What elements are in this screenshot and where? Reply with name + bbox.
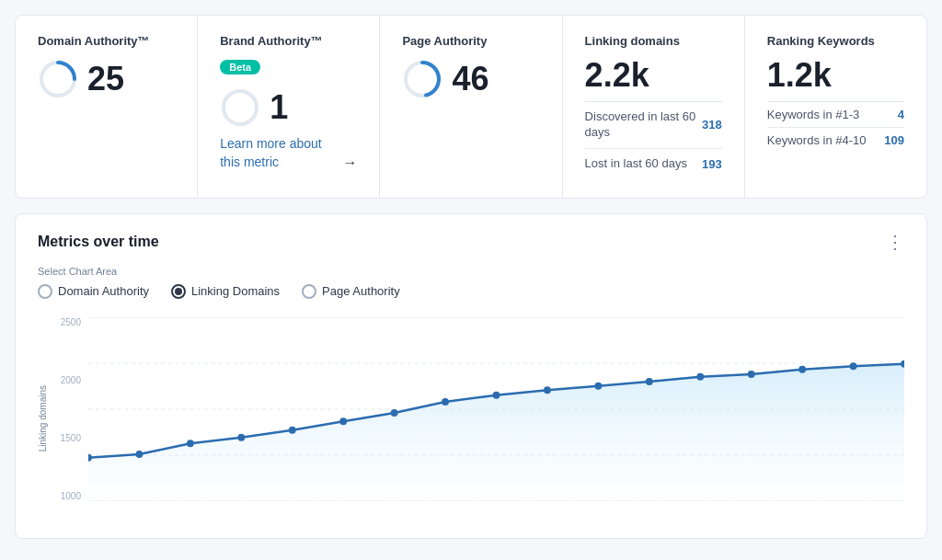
arrow-icon: → — [342, 154, 357, 171]
ld-stat2-value: 193 — [702, 157, 722, 171]
chart-svg — [88, 317, 904, 501]
ld-stat1-value: 318 — [702, 118, 722, 131]
ba-value: 1 — [270, 91, 288, 124]
y-label-1000: 1000 — [61, 491, 81, 501]
chart-dot — [237, 433, 245, 440]
ld-value: 2.2k — [585, 59, 722, 92]
rk-value: 1.2k — [767, 59, 904, 92]
ranking-keywords-card: Ranking Keywords 1.2k Keywords in #1-3 4… — [745, 16, 926, 198]
radio-ld-label: Linking Domains — [191, 284, 280, 298]
radio-pa-circle — [302, 284, 316, 299]
top-cards-container: Domain Authority™ 25 Brand Authority™ Be… — [15, 15, 927, 199]
da-title: Domain Authority™ — [38, 34, 175, 48]
chart-dot — [289, 426, 296, 433]
pa-value: 46 — [452, 63, 488, 96]
linking-domains-card: Linking domains 2.2k Discovered in last … — [563, 16, 745, 198]
radio-linking-domains[interactable]: Linking Domains — [171, 284, 280, 299]
domain-authority-card: Domain Authority™ 25 — [16, 16, 198, 198]
chart-dot — [646, 378, 653, 385]
radio-pa-label: Page Authority — [322, 284, 400, 298]
metrics-header: Metrics over time ⋮ — [38, 233, 904, 251]
radio-da-circle — [38, 284, 52, 299]
chart-dot — [493, 391, 500, 398]
y-label-1500: 1500 — [61, 433, 81, 443]
ba-value-row: 1 — [220, 87, 357, 128]
ld-stat2: Lost in last 60 days 193 — [585, 148, 722, 179]
ld-stat1: Discovered in last 60 days 318 — [585, 101, 722, 148]
pa-value-row: 46 — [402, 59, 539, 99]
y-label-2000: 2000 — [61, 375, 81, 385]
chart-dot — [391, 409, 398, 417]
radio-domain-authority[interactable]: Domain Authority — [38, 284, 149, 299]
page-authority-card: Page Authority 46 — [380, 16, 562, 198]
chart-dot — [798, 365, 806, 372]
chart-dot — [339, 417, 347, 425]
chart-dot — [442, 398, 449, 406]
metrics-section: Metrics over time ⋮ Select Chart Area Do… — [15, 213, 927, 539]
chart-dot — [748, 371, 755, 378]
pa-circle — [402, 59, 442, 99]
chart-plot — [88, 317, 904, 501]
radio-da-label: Domain Authority — [58, 284, 149, 298]
beta-badge: Beta — [220, 60, 260, 74]
ba-circle — [220, 87, 260, 128]
chart-dot — [544, 386, 551, 394]
rk-kw2-label: Keywords in #4-10 — [767, 133, 867, 147]
metrics-title: Metrics over time — [38, 234, 159, 250]
chart-inner: 2500 2000 1500 1000 — [52, 317, 904, 520]
chart-area — [88, 363, 904, 500]
radio-page-authority[interactable]: Page Authority — [302, 284, 400, 299]
pa-title: Page Authority — [402, 34, 539, 48]
chart-dot — [696, 372, 704, 380]
rk-kw1-value: 4 — [898, 108, 904, 121]
three-dots-button[interactable]: ⋮ — [886, 233, 904, 251]
rk-kw1-label: Keywords in #1-3 — [767, 108, 859, 121]
ba-title: Brand Authority™ — [220, 34, 357, 48]
learn-more-link[interactable]: Learn more about this metric — [220, 135, 335, 171]
ld-stat2-label: Lost in last 60 days — [585, 156, 687, 172]
rk-kw2: Keywords in #4-10 109 — [767, 127, 904, 153]
ld-title: Linking domains — [585, 34, 722, 48]
rk-kw2-value: 109 — [884, 133, 904, 147]
radio-ld-circle — [171, 284, 186, 299]
chart-dot — [187, 440, 194, 447]
y-labels: 2500 2000 1500 1000 — [52, 317, 85, 501]
chart-wrapper: Linking domains 2500 2000 1500 1000 — [38, 317, 904, 520]
da-circle — [38, 59, 78, 99]
y-axis-label: Linking domains — [38, 385, 48, 451]
da-value-row: 25 — [38, 59, 175, 99]
brand-authority-card: Brand Authority™ Beta 1 Learn more about… — [198, 16, 380, 198]
learn-more-row: Learn more about this metric → — [220, 135, 357, 171]
rk-title: Ranking Keywords — [767, 34, 904, 48]
rk-kw1: Keywords in #1-3 4 — [767, 101, 904, 127]
y-label-2500: 2500 — [61, 317, 81, 327]
chart-dot — [135, 451, 143, 458]
chart-dot — [594, 382, 602, 389]
chart-dot — [850, 362, 857, 370]
svg-point-2 — [224, 91, 257, 124]
chart-area-label: Select Chart Area — [38, 266, 904, 277]
radio-group: Domain Authority Linking Domains Page Au… — [38, 284, 904, 299]
da-value: 25 — [87, 63, 124, 96]
ld-stat1-label: Discovered in last 60 days — [585, 109, 703, 141]
